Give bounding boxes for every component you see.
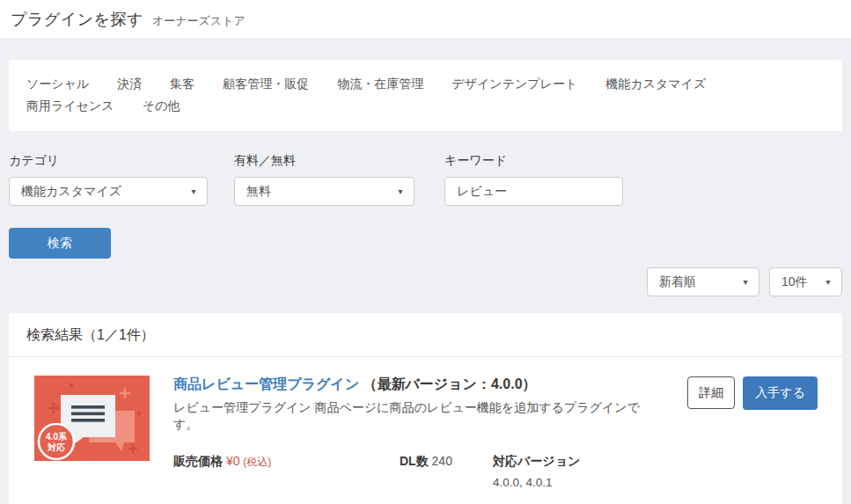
nav-item-crm[interactable]: 顧客管理・販促 bbox=[223, 77, 309, 92]
price-value: ¥0 bbox=[226, 454, 240, 468]
filter-price-type: 有料／無料 無料 ▼ bbox=[234, 153, 414, 206]
chevron-down-icon: ▼ bbox=[190, 186, 198, 195]
category-nav-list: ソーシャル 決済 集客 顧客管理・販促 物流・在庫管理 デザインテンプレート 機… bbox=[26, 77, 801, 114]
sort-row: 新着順 ▼ 10件 ▼ bbox=[0, 267, 842, 296]
price-label: 販売価格 bbox=[173, 454, 223, 468]
price-type-label: 有料／無料 bbox=[234, 153, 414, 169]
supported-versions-label: 対応バージョン bbox=[493, 454, 580, 468]
plugin-meta-row: 販売価格 ¥0 (税込) DL数 240 対応バージョン 4.0.0, 4.0.… bbox=[173, 454, 677, 489]
chevron-down-icon: ▼ bbox=[825, 277, 833, 286]
badge-line1: 4.0系 bbox=[46, 432, 68, 442]
price-type-select-value: 無料 bbox=[246, 184, 271, 200]
plugin-downloads: DL数 240 bbox=[400, 454, 493, 489]
keyword-input[interactable] bbox=[444, 177, 623, 206]
get-plugin-button[interactable]: 入手する bbox=[743, 376, 818, 410]
keyword-label: キーワード bbox=[444, 153, 623, 169]
badge-line2: 対応 bbox=[47, 442, 66, 452]
per-page-select[interactable]: 10件 ▼ bbox=[769, 267, 842, 296]
nav-item-logistics[interactable]: 物流・在庫管理 bbox=[337, 77, 423, 92]
nav-item-license[interactable]: 商用ライセンス bbox=[26, 99, 114, 114]
plugin-title-link[interactable]: 商品レビュー管理プラグイン bbox=[173, 376, 359, 391]
plugin-description: レビュー管理プラグイン 商品ページに商品のレビュー機能を追加するプラグインです。 bbox=[173, 399, 653, 434]
plugin-thumbnail[interactable]: 4.0系 対応 bbox=[34, 376, 150, 461]
nav-item-customize[interactable]: 機能カスタマイズ bbox=[605, 77, 706, 92]
plugin-info: 商品レビュー管理プラグイン （最新バージョン：4.0.0） レビュー管理プラグイ… bbox=[173, 376, 677, 489]
results-card: 検索結果（1／1件） bbox=[9, 313, 842, 504]
filter-section: カテゴリ 機能カスタマイズ ▼ 有料／無料 無料 ▼ キーワード bbox=[9, 153, 842, 206]
category-select[interactable]: 機能カスタマイズ ▼ bbox=[9, 177, 208, 206]
category-label: カテゴリ bbox=[9, 153, 208, 169]
filter-keyword: キーワード bbox=[444, 153, 623, 206]
nav-item-attract[interactable]: 集客 bbox=[170, 77, 194, 92]
nav-item-other[interactable]: その他 bbox=[143, 99, 180, 114]
results-header: 検索結果（1／1件） bbox=[9, 313, 842, 357]
result-item: 4.0系 対応 商品レビュー管理プラグイン （最新バージョン：4.0.0） レビ… bbox=[18, 357, 833, 504]
plugin-latest-version: （最新バージョン：4.0.0） bbox=[363, 376, 536, 391]
plugin-price: 販売価格 ¥0 (税込) bbox=[173, 454, 400, 489]
dl-label: DL数 bbox=[400, 454, 429, 468]
page-subtitle: オーナーズストア bbox=[152, 13, 246, 29]
category-nav: ソーシャル 決済 集客 顧客管理・販促 物流・在庫管理 デザインテンプレート 機… bbox=[9, 60, 842, 131]
chevron-down-icon: ▼ bbox=[742, 277, 750, 286]
nav-item-payment[interactable]: 決済 bbox=[117, 77, 142, 92]
sort-order-select[interactable]: 新着順 ▼ bbox=[647, 267, 759, 296]
category-select-value: 機能カスタマイズ bbox=[21, 184, 121, 200]
page-title: プラグインを探す bbox=[11, 9, 143, 30]
chevron-down-icon: ▼ bbox=[397, 186, 405, 195]
price-type-select[interactable]: 無料 ▼ bbox=[234, 177, 414, 206]
nav-item-design-template[interactable]: デザインテンプレート bbox=[451, 77, 577, 92]
sort-order-value: 新着順 bbox=[659, 274, 696, 290]
price-tax-note: (税込) bbox=[243, 456, 271, 468]
filter-category: カテゴリ 機能カスタマイズ ▼ bbox=[9, 153, 208, 206]
detail-button[interactable]: 詳細 bbox=[687, 376, 735, 409]
plugin-title-row: 商品レビュー管理プラグイン （最新バージョン：4.0.0） bbox=[173, 376, 677, 394]
plugin-supported-versions: 対応バージョン 4.0.0, 4.0.1 bbox=[493, 454, 580, 489]
search-button[interactable]: 検索 bbox=[9, 228, 111, 259]
dl-count: 240 bbox=[432, 454, 452, 468]
title-bar: プラグインを探す オーナーズストア bbox=[0, 0, 851, 38]
plugin-actions: 詳細 入手する bbox=[687, 376, 818, 489]
supported-versions-value: 4.0.0, 4.0.1 bbox=[493, 476, 580, 489]
per-page-value: 10件 bbox=[781, 274, 808, 290]
review-plugin-thumbnail-image: 4.0系 対応 bbox=[34, 376, 150, 461]
nav-item-social[interactable]: ソーシャル bbox=[26, 77, 89, 92]
